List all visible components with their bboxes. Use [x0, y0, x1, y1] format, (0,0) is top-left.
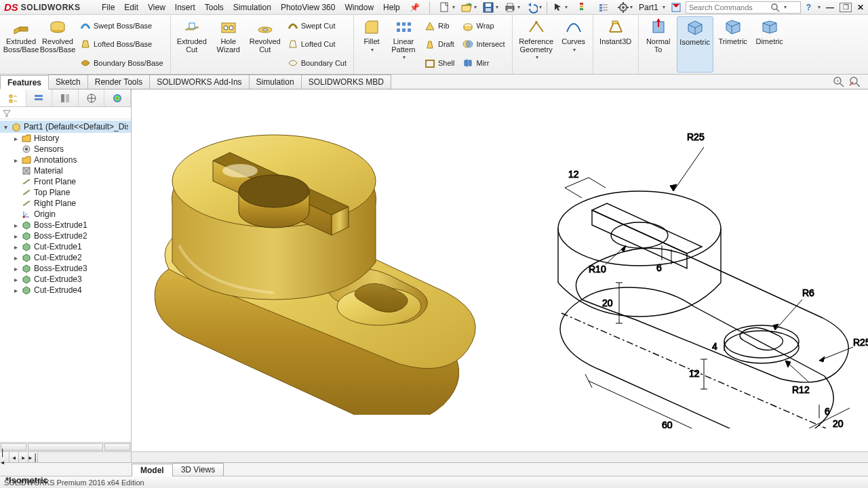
fillet-button[interactable]: Fillet▾	[358, 16, 385, 73]
expand-icon[interactable]: ▸	[12, 276, 19, 283]
zoom-area-icon[interactable]	[849, 76, 861, 88]
fm-tab-property[interactable]	[26, 89, 53, 106]
search-input[interactable]	[686, 3, 768, 12]
reference-geometry-button[interactable]: Reference Geometry▾	[517, 16, 556, 73]
menu-simulation[interactable]: Simulation	[229, 1, 275, 14]
menu-insert[interactable]: Insert	[171, 1, 199, 14]
menu-edit[interactable]: Edit	[120, 1, 142, 14]
menu-help[interactable]: Help	[379, 1, 404, 14]
fm-tab-appearance[interactable]	[104, 89, 131, 106]
tree-item[interactable]: ▸Boss-Extrude1	[0, 220, 131, 230]
tab-addins[interactable]: SOLIDWORKS Add-Ins	[149, 75, 249, 89]
trimetric-button[interactable]: Trimetric	[716, 16, 750, 73]
open-button[interactable]: ▾	[460, 1, 477, 14]
sim-flag-icon[interactable]	[671, 2, 682, 13]
tree-root[interactable]: ▾ Part1 (Default<<Default>_Displa	[0, 121, 131, 133]
tree-item[interactable]: Material	[0, 165, 131, 176]
help-button[interactable]: ?	[806, 3, 811, 12]
swept-boss-button[interactable]: Swept Boss/Base	[77, 19, 166, 33]
search-commands[interactable]: ▾	[686, 1, 801, 14]
lofted-boss-button[interactable]: Lofted Boss/Base	[77, 37, 166, 51]
minimize-button[interactable]: —	[826, 3, 834, 12]
tree-item[interactable]: Front Plane	[0, 176, 131, 187]
extruded-boss-button[interactable]: Extruded Boss/Base	[4, 16, 38, 73]
expand-icon[interactable]: ▸	[12, 287, 19, 294]
revolved-cut-button[interactable]: Revolved Cut	[248, 16, 282, 73]
tree-item[interactable]: ▸Boss-Extrude3	[0, 263, 131, 274]
rib-button[interactable]: Rib	[422, 19, 457, 33]
linear-pattern-button[interactable]: Linear Pattern▾	[388, 16, 419, 73]
expand-icon[interactable]: ▸	[12, 135, 19, 142]
tree-item[interactable]: Sensors	[0, 144, 131, 155]
tree-item[interactable]: ▸History	[0, 133, 131, 144]
menu-window[interactable]: Window	[340, 1, 378, 14]
expand-icon[interactable]: ▸	[12, 157, 19, 164]
shell-button[interactable]: Shell	[422, 56, 457, 70]
tab-mbd[interactable]: SOLIDWORKS MBD	[301, 75, 391, 89]
fm-filter-row[interactable]	[0, 107, 131, 119]
normal-to-button[interactable]: Normal To	[643, 16, 674, 73]
extruded-cut-button[interactable]: Extruded Cut	[175, 16, 209, 73]
graphics-viewport[interactable]	[132, 89, 500, 451]
curves-button[interactable]: Curves▾	[559, 16, 589, 73]
select-button[interactable]: ▾	[551, 1, 569, 14]
rebuild-button[interactable]	[573, 1, 591, 14]
menu-tools[interactable]: Tools	[201, 1, 228, 14]
options-button[interactable]	[595, 1, 612, 14]
close-button[interactable]: ✕	[857, 3, 864, 12]
tree-item[interactable]: ▸Cut-Extrude2	[0, 252, 131, 263]
expand-icon[interactable]: ▸	[12, 265, 19, 272]
config-nav-arrows[interactable]: |◂◂▸▸|	[0, 452, 38, 462]
menu-photoview[interactable]: PhotoView 360	[277, 1, 340, 14]
settings-button[interactable]: ▾	[616, 1, 634, 14]
expand-icon[interactable]: ▸	[12, 254, 19, 262]
fm-tab-dim[interactable]	[79, 89, 105, 106]
tree-item[interactable]: Origin	[0, 209, 131, 220]
collapse-icon[interactable]: ▾	[3, 123, 9, 131]
dimetric-button[interactable]: Dimetric	[753, 16, 787, 73]
draft-button[interactable]: Draft	[422, 37, 457, 51]
undo-button[interactable]: ▾	[525, 1, 542, 14]
doc-name-dropdown-icon[interactable]: ▾	[663, 4, 665, 10]
expand-icon[interactable]: ▸	[12, 222, 19, 229]
print-button[interactable]: ▾	[503, 1, 521, 14]
tree-item[interactable]: Right Plane	[0, 198, 131, 209]
mirror-button[interactable]: Mirr	[460, 56, 507, 70]
restore-button[interactable]: ❐	[840, 3, 852, 12]
menu-pin-icon[interactable]: 📌	[406, 1, 424, 14]
feature-tree[interactable]: ▾ Part1 (Default<<Default>_Displa ▸Histo…	[0, 119, 131, 442]
hole-wizard-button[interactable]: Hole Wizard	[212, 16, 245, 73]
tab-simulation[interactable]: Simulation	[249, 75, 302, 89]
wrap-button[interactable]: Wrap	[460, 19, 507, 33]
bottom-tab-3dviews[interactable]: 3D Views	[172, 463, 224, 476]
expand-icon[interactable]: ▸	[12, 232, 19, 240]
tree-item[interactable]: ▸Boss-Extrude2	[0, 230, 131, 241]
instant3d-button[interactable]: Instant3D	[597, 16, 634, 73]
lofted-cut-button[interactable]: Lofted Cut	[285, 37, 349, 51]
tab-sketch[interactable]: Sketch	[48, 75, 88, 89]
save-button[interactable]: ▾	[481, 1, 499, 14]
boundary-boss-button[interactable]: Boundary Boss/Base	[77, 56, 166, 70]
swept-cut-button[interactable]: Swept Cut	[285, 19, 349, 33]
menu-view[interactable]: View	[144, 1, 170, 14]
tree-item[interactable]: ▸Cut-Extrude1	[0, 241, 131, 252]
menu-file[interactable]: File	[98, 1, 119, 14]
tree-item[interactable]: ▸Cut-Extrude4	[0, 285, 131, 296]
isometric-button[interactable]: Isometric	[677, 16, 713, 73]
bottom-tab-model[interactable]: Model	[132, 464, 173, 476]
tree-item[interactable]: ▸Cut-Extrude3	[0, 274, 131, 285]
zoom-fit-icon[interactable]: +	[833, 76, 845, 88]
tab-render-tools[interactable]: Render Tools	[87, 75, 151, 89]
expand-icon[interactable]: ▸	[12, 243, 19, 251]
boundary-cut-button[interactable]: Boundary Cut	[285, 56, 349, 70]
fm-tab-tree[interactable]	[0, 89, 26, 106]
fm-tab-config[interactable]	[52, 89, 79, 106]
fm-hscroll[interactable]	[0, 442, 131, 451]
tab-features[interactable]: Features	[0, 75, 49, 89]
tree-item[interactable]: ▸Annotations	[0, 155, 131, 165]
revolved-boss-button[interactable]: Revolved Boss/Base	[41, 16, 75, 73]
tree-item[interactable]: Top Plane	[0, 187, 131, 198]
new-button[interactable]: ▾	[438, 1, 456, 14]
intersect-button[interactable]: Intersect	[460, 37, 507, 51]
search-dropdown-icon[interactable]: ▾	[784, 4, 787, 10]
